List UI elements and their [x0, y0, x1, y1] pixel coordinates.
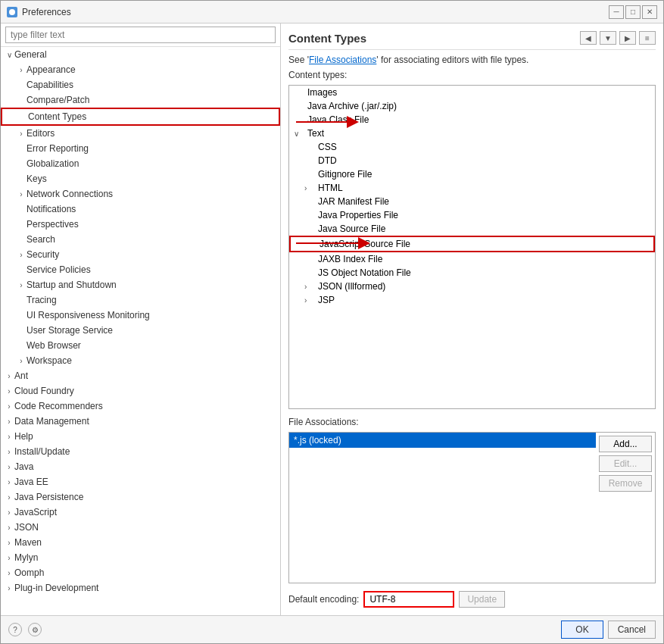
content-item-text[interactable]: ∨Text — [289, 127, 655, 140]
ci-label-gitignore: Gitignore File — [318, 169, 372, 180]
encoding-input[interactable] — [363, 591, 454, 608]
tree-label-code-recommenders: Code Recommenders — [14, 401, 103, 411]
ci-expand-icon-jsp: › — [304, 296, 315, 305]
tree-item-mylyn[interactable]: ›Mylyn — [1, 550, 280, 565]
content-item-jsp[interactable]: ›JSP — [289, 293, 655, 307]
config-icon[interactable]: ⚙ — [28, 623, 42, 636]
content-item-css[interactable]: CSS — [289, 140, 655, 154]
tree-item-java-persistence[interactable]: ›Java Persistence — [1, 489, 280, 505]
ci-label-javascript-source: JavaScript Source File — [320, 239, 410, 249]
ci-label-java-class: Java Class File — [307, 114, 369, 125]
edit-button[interactable]: Edit... — [599, 455, 652, 472]
maximize-button[interactable]: □ — [625, 5, 641, 19]
update-button[interactable]: Update — [459, 591, 505, 608]
menu-button[interactable]: ≡ — [639, 31, 656, 45]
tree-item-java[interactable]: ›Java — [1, 459, 280, 474]
tree-item-startup-shutdown[interactable]: ›Startup and Shutdown — [1, 277, 280, 292]
close-button[interactable]: ✕ — [642, 5, 657, 19]
fa-item-js-locked[interactable]: *.js (locked) — [289, 433, 596, 448]
tree-item-security[interactable]: ›Security — [1, 247, 280, 262]
add-button[interactable]: Add... — [599, 436, 652, 452]
window-controls[interactable]: ─ □ ✕ — [609, 5, 657, 19]
content-item-images[interactable]: Images — [289, 86, 655, 99]
remove-button[interactable]: Remove — [599, 475, 652, 492]
tree-item-oomph[interactable]: ›Oomph — [1, 565, 280, 580]
help-icon[interactable]: ? — [8, 623, 22, 636]
file-associations-link[interactable]: File Associations — [309, 55, 376, 65]
tree-item-content-types[interactable]: Content Types — [1, 108, 280, 126]
tree-item-javascript[interactable]: ›JavaScript — [1, 505, 280, 520]
ci-label-js-object-notation: JS Object Notation File — [318, 267, 411, 278]
content-item-java-source[interactable]: Java Source File — [289, 222, 655, 236]
tree-item-notifications[interactable]: Notifications — [1, 202, 280, 217]
tree-label-tracing: Tracing — [26, 295, 57, 305]
minimize-button[interactable]: ─ — [609, 5, 624, 19]
content-list: Images Java Archive (.jar/.zip) Java Cla… — [289, 86, 655, 408]
tree-label-startup-shutdown: Startup and Shutdown — [26, 280, 117, 290]
expand-icon-javascript: › — [4, 508, 14, 517]
tree-item-perspectives[interactable]: Perspectives — [1, 217, 280, 232]
filter-input[interactable] — [5, 27, 276, 43]
tree-label-ui-responsiveness: UI Responsiveness Monitoring — [26, 310, 150, 320]
content-item-java-archive[interactable]: Java Archive (.jar/.zip) — [289, 99, 655, 113]
filter-bar — [1, 23, 280, 47]
tree-item-keys[interactable]: Keys — [1, 171, 280, 186]
content-item-dtd[interactable]: DTD — [289, 154, 655, 167]
tree-item-search[interactable]: Search — [1, 232, 280, 247]
dropdown-nav-button[interactable]: ▼ — [600, 31, 616, 45]
content-item-jaxb-index[interactable]: JAXB Index File — [289, 252, 655, 266]
content-item-javascript-source[interactable]: JavaScript Source File — [289, 236, 655, 252]
bottom-right: OK Cancel — [561, 621, 656, 639]
tree-item-tracing[interactable]: Tracing — [1, 292, 280, 308]
file-assoc-wrapper: *.js (locked) Add... Edit... Remove — [288, 432, 656, 583]
forward-button[interactable]: ▶ — [619, 31, 636, 45]
back-button[interactable]: ◀ — [580, 31, 597, 45]
content-item-js-object-notation[interactable]: JS Object Notation File — [289, 266, 655, 280]
tree-item-service-policies[interactable]: Service Policies — [1, 262, 280, 277]
tree-item-appearance[interactable]: ›Appearance — [1, 62, 280, 77]
tree-item-data-management[interactable]: ›Data Management — [1, 414, 280, 429]
tree-item-maven[interactable]: ›Maven — [1, 535, 280, 550]
tree-item-editors[interactable]: ›Editors — [1, 126, 280, 141]
tree-label-workspace: Workspace — [26, 355, 72, 366]
tree-item-network-connections[interactable]: ›Network Connections — [1, 186, 280, 202]
tree-label-plugin-development: Plug-in Development — [14, 583, 98, 593]
tree-item-globalization[interactable]: Globalization — [1, 156, 280, 171]
content-item-gitignore[interactable]: Gitignore File — [289, 167, 655, 181]
tree-item-user-storage[interactable]: User Storage Service — [1, 323, 280, 338]
cancel-button[interactable]: Cancel — [608, 621, 656, 639]
content-item-html[interactable]: ›HTML — [289, 181, 655, 195]
expand-icon-java: › — [4, 463, 14, 471]
tree-item-code-recommenders[interactable]: ›Code Recommenders — [1, 399, 280, 414]
tree-label-java-ee: Java EE — [14, 477, 48, 487]
content-item-json-illformed[interactable]: ›JSON (Illformed) — [289, 280, 655, 293]
expand-icon-help: › — [4, 433, 14, 441]
tree-item-cloud-foundry[interactable]: ›Cloud Foundry — [1, 383, 280, 399]
ci-expand-icon-text: ∨ — [294, 130, 304, 138]
tree-item-ui-responsiveness[interactable]: UI Responsiveness Monitoring — [1, 308, 280, 323]
tree-item-json[interactable]: ›JSON — [1, 520, 280, 535]
tree-item-workspace[interactable]: ›Workspace — [1, 353, 280, 368]
tree-label-general: General — [14, 49, 47, 60]
tree-item-error-reporting[interactable]: Error Reporting — [1, 141, 280, 156]
expand-icon-general: ∨ — [4, 51, 14, 59]
left-panel: ∨General›Appearance Capabilities Compare… — [1, 23, 281, 615]
tree-item-help[interactable]: ›Help — [1, 429, 280, 444]
ok-button[interactable]: OK — [561, 621, 603, 639]
tree-label-install-update: Install/Update — [14, 446, 70, 457]
tree-item-install-update[interactable]: ›Install/Update — [1, 444, 280, 459]
tree-item-compare-patch[interactable]: Compare/Patch — [1, 92, 280, 108]
tree-item-web-browser[interactable]: Web Browser — [1, 338, 280, 353]
tree-item-ant[interactable]: ›Ant — [1, 368, 280, 383]
tree-item-plugin-development[interactable]: ›Plug-in Development — [1, 580, 280, 596]
panel-nav: ◀ ▼ ▶ ≡ — [580, 31, 656, 45]
content-item-java-class[interactable]: Java Class File — [289, 113, 655, 127]
expand-icon-network-connections: › — [16, 190, 26, 199]
content-item-java-properties[interactable]: Java Properties File — [289, 208, 655, 222]
tree-item-java-ee[interactable]: ›Java EE — [1, 474, 280, 489]
tree-item-general[interactable]: ∨General — [1, 47, 280, 62]
bottom-left: ? ⚙ — [8, 623, 42, 636]
tree-item-capabilities[interactable]: Capabilities — [1, 77, 280, 92]
tree-label-java-persistence: Java Persistence — [14, 492, 83, 502]
content-item-jar-manifest[interactable]: JAR Manifest File — [289, 195, 655, 208]
